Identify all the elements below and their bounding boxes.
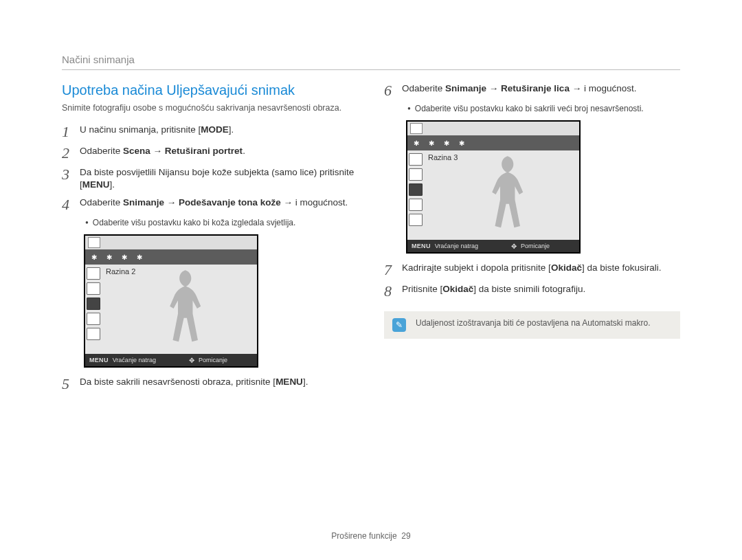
option-icon: ✱ (410, 137, 423, 148)
step-8: 8 Pritisnite [Okidač] da biste snimili f… (384, 283, 680, 299)
status-menu-label: MENU (89, 357, 109, 363)
sidebar-icon (87, 267, 100, 280)
screenshot-sidebar (85, 265, 102, 354)
nav-icon: ✥ (189, 357, 194, 364)
step-3: 3 Da biste posvijetlili Nijansu boje kož… (62, 166, 358, 191)
screenshot-sidebar (407, 150, 424, 240)
footer-label: Proširene funkcije (331, 531, 396, 541)
person-silhouette-icon (484, 155, 529, 236)
step-number: 3 (62, 166, 80, 182)
step-text: → (486, 83, 501, 93)
step-text: → i mogućnost. (570, 83, 637, 93)
step-text: Odaberite (402, 83, 445, 93)
step-text: ] da biste snimili fotografiju. (473, 284, 585, 294)
bullet-note: Odaberite višu postavku kako bi sakrili … (407, 104, 680, 113)
person-silhouette-icon (161, 269, 207, 350)
option-icon: ✱ (133, 251, 146, 262)
screenshot-tabs (85, 236, 257, 249)
right-column: 6 Odaberite Snimanje → Retuširanje lica … (384, 82, 680, 397)
page-title: Upotreba načina Uljepšavajući snimak (62, 82, 358, 98)
option-icon: ✱ (456, 137, 468, 148)
sidebar-icon (409, 183, 423, 196)
bullet-note: Odaberite višu postavku kako bi koža izg… (85, 218, 358, 227)
step-number: 5 (62, 376, 80, 392)
menu-key: MENU (276, 377, 303, 387)
step-number: 1 (62, 124, 80, 139)
screenshot-statusbar: MENU Vraćanje natrag ✥ Pomicanje (85, 354, 257, 366)
screenshot-tabs (407, 122, 579, 135)
step-text: Da biste posvijetlili Nijansu boje kože … (80, 167, 354, 190)
level-label: Razina 3 (428, 153, 458, 161)
status-menu-label: MENU (412, 243, 431, 249)
step-number: 4 (62, 197, 80, 212)
step-number: 2 (62, 145, 80, 161)
sidebar-icon (87, 328, 100, 340)
bold: Snimanje (445, 83, 486, 93)
page-footer: Proširene funkcije 29 (0, 531, 742, 541)
sidebar-icon (87, 282, 100, 295)
step-2: 2 Odaberite Scena → Retuširani portret. (62, 145, 358, 161)
mode-key: MODE (201, 124, 229, 135)
option-icon: ✱ (103, 251, 115, 262)
sidebar-icon (409, 199, 423, 211)
step-number: 8 (384, 283, 402, 299)
intro-text: Snimite fotografiju osobe s mogućnošću s… (62, 102, 358, 114)
step-text: Kadrirajte subjekt i dopola pritisnite [ (402, 262, 551, 273)
status-back-label: Vraćanje natrag (113, 357, 156, 363)
status-move-label: Pomicanje (521, 243, 550, 249)
camera-screenshot-1: ✱ ✱ ✱ ✱ Razina 2 (84, 234, 258, 368)
note-icon: ✎ (392, 318, 406, 332)
step-text: ]. (303, 377, 308, 387)
bold: Snimanje (123, 197, 164, 208)
shutter-key: Okidač (551, 262, 582, 273)
tab-icon (410, 123, 423, 134)
page-number: 29 (401, 531, 410, 541)
step-7: 7 Kadrirajte subjekt i dopola pritisnite… (384, 262, 680, 278)
screenshot-statusbar: MENU Vraćanje natrag ✥ Pomicanje (407, 240, 579, 252)
sidebar-icon (409, 214, 423, 226)
step-text: → i mogućnost. (281, 197, 348, 208)
step-text: Odaberite (80, 146, 123, 156)
screenshot-option-row: ✱ ✱ ✱ ✱ (407, 135, 579, 150)
bold: Retuširani portret (165, 146, 243, 156)
step-number: 7 (384, 262, 402, 278)
step-text: Pritisnite [ (402, 284, 442, 294)
nav-icon: ✥ (511, 243, 517, 250)
camera-screenshot-2: ✱ ✱ ✱ ✱ Razina 3 (406, 120, 581, 254)
menu-key: MENU (82, 179, 110, 190)
info-note: ✎ Udaljenost izoštravanja biti će postav… (384, 311, 680, 339)
step-6: 6 Odaberite Snimanje → Retuširanje lica … (384, 82, 680, 98)
bold: Retuširanje lica (501, 83, 570, 93)
step-4: 4 Odaberite Snimanje → Podešavanje tona … (62, 197, 358, 212)
option-icon: ✱ (88, 251, 100, 262)
step-text: Odaberite (80, 197, 123, 208)
section-header: Načini snimanja (62, 54, 680, 70)
sidebar-icon (87, 298, 100, 310)
option-icon: ✱ (425, 137, 438, 148)
sidebar-icon (409, 168, 423, 181)
step-text: Da biste sakrili nesavršenosti obraza, p… (80, 377, 276, 387)
status-move-label: Pomicanje (199, 357, 227, 363)
level-label: Razina 2 (106, 267, 135, 276)
step-1: 1 U načinu snimanja, pritisnite [MODE]. (62, 124, 358, 139)
shutter-key: Okidač (442, 284, 473, 294)
sidebar-icon (87, 313, 100, 325)
step-text: → (164, 197, 179, 208)
left-column: Upotreba načina Uljepšavajući snimak Sni… (62, 82, 358, 397)
option-icon: ✱ (118, 251, 131, 262)
screenshot-option-row: ✱ ✱ ✱ ✱ (85, 249, 257, 265)
step-number: 6 (384, 82, 402, 98)
status-back-label: Vraćanje natrag (435, 243, 478, 249)
step-text: ]. (110, 179, 115, 190)
option-icon: ✱ (440, 137, 453, 148)
step-5: 5 Da biste sakrili nesavršenosti obraza,… (62, 376, 358, 392)
step-text: ]. (229, 124, 234, 135)
step-text: . (243, 146, 245, 156)
bold: Scena (123, 146, 150, 156)
step-text: U načinu snimanja, pritisnite [ (80, 124, 201, 135)
sidebar-icon (409, 153, 423, 166)
tab-icon (88, 237, 100, 248)
step-text: ] da biste fokusirali. (582, 262, 662, 273)
note-text: Udaljenost izoštravanja biti će postavlj… (416, 318, 651, 328)
step-text: → (150, 146, 165, 156)
